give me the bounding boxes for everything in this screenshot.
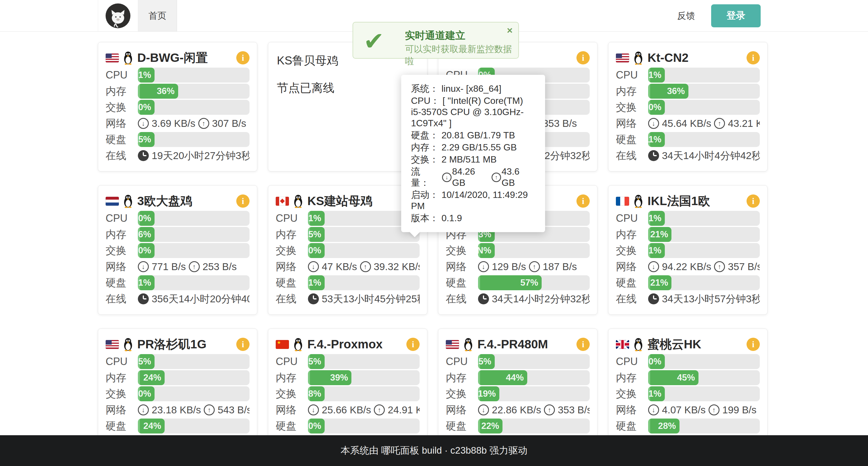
disk-label: 硬盘 [616,133,645,147]
download-speed: 47 KB/s [322,261,357,272]
disk-percent: 1% [308,277,321,288]
swap-label: 交换 [616,387,645,401]
nav-feedback-link[interactable]: 反馈 [677,10,695,22]
upload-arrow-icon: ↑ [709,404,719,415]
toast-title: 实时通道建立 [405,29,465,42]
memory-percent: 39% [330,372,348,383]
server-name: F.4.-Proxmox [307,337,382,351]
server-name: Kt-CN2 [648,51,688,65]
online-label: 在线 [105,292,134,306]
memory-percent: 24% [143,372,161,383]
download-speed: 45.64 KB/s [662,118,711,129]
swap-percent: 1% [648,389,661,399]
memory-percent: 45% [677,372,695,383]
download-speed: 22.86 KB/s [492,404,541,415]
disk-bar: 22% [478,419,590,433]
nav-tab-home[interactable]: 首页 [138,0,177,31]
disk-bar: 24% [138,419,250,433]
footer-text: 本系统由 哪吒面板 build · c23b88b 强力驱动 [340,444,527,457]
cpu-percent: 1% [138,70,151,80]
swap-label: 交换 [105,244,134,258]
country-flag-icon [446,340,459,349]
linux-os-icon [632,194,644,208]
swap-label: 交换 [276,244,305,258]
swap-bar: 1% [648,386,760,401]
memory-label: 内存 [276,228,305,242]
tooltip-version-label: 版本： [411,213,439,223]
disk-label: 硬盘 [105,133,134,147]
cpu-percent: 5% [138,357,151,367]
country-flag-icon [616,340,629,349]
memory-bar: 45% [648,370,760,385]
memory-percent: 44% [506,372,524,383]
info-icon[interactable]: i [236,338,250,351]
cpu-label: CPU [105,212,134,224]
upload-speed: 353 B/s [558,404,590,415]
tooltip-sys-value: linux- [x86_64] [441,84,501,94]
uptime-value: 356天14小时20分钟40秒 [152,292,250,306]
tooltip-mem-label: 内存： [411,142,439,153]
server-info-tooltip: 系统：linux- [x86_64] CPU：[ "Intel(R) Core(… [401,75,545,232]
download-arrow-icon: ↓ [138,404,149,415]
download-arrow-icon: ↓ [138,118,149,129]
upload-speed: 199 B/s [722,404,756,415]
info-icon[interactable]: i [577,51,590,64]
toast-notification: ✔ 实时通道建立 可以实时获取最新监控数据啦 × [352,22,519,59]
tooltip-boot-label: 启动： [411,190,439,200]
info-icon[interactable]: i [577,195,590,208]
info-icon[interactable]: i [747,338,760,351]
swap-percent: 0% [648,102,661,112]
country-flag-icon [105,54,119,62]
download-arrow-icon: ↓ [648,261,659,272]
disk-bar: 15% [138,132,250,147]
download-arrow-icon: ↓ [308,261,319,272]
cpu-bar: 1% [138,68,250,82]
network-label: 网络 [105,403,134,417]
online-label: 在线 [616,292,645,306]
online-label: 在线 [616,149,645,163]
disk-percent: 1% [138,277,151,288]
info-icon[interactable]: i [236,195,250,208]
info-icon[interactable]: i [406,338,420,351]
disk-bar: 57% [478,275,590,290]
linux-os-icon [632,51,644,65]
upload-speed: 39.32 KB/s [374,261,420,272]
site-logo[interactable] [98,0,138,31]
cpu-bar: 1% [648,68,760,82]
clock-icon [478,293,489,304]
memory-percent: 36% [157,86,175,96]
disk-percent: 28% [658,421,676,431]
online-label: 在线 [276,292,305,306]
upload-speed: 24.91 KB/s [388,404,420,415]
online-label: 在线 [105,149,134,163]
cpu-label: CPU [105,69,134,81]
cpu-percent: 1% [308,213,321,224]
server-card: 3欧大盘鸡 i CPU 0% 内存 6% 交换 0% 网络 ↓ 771 B/s … [98,185,257,315]
memory-label: 内存 [105,84,134,98]
cpu-bar: 1% [648,211,760,226]
toast-message: 可以实时获取最新监控数据啦 [405,43,518,67]
upload-arrow-icon: ↑ [714,261,725,272]
close-icon[interactable]: × [507,25,513,35]
tooltip-mem-value: 2.29 GB/15.55 GB [441,142,517,153]
info-icon[interactable]: i [236,51,250,64]
uptime-value: 34天14小时4分钟42秒 [662,149,760,163]
disk-label: 硬盘 [105,276,134,290]
memory-label: 内存 [276,371,305,385]
download-speed: 94.22 KB/s [662,261,711,272]
info-icon[interactable]: i [747,195,760,208]
linux-os-icon [122,194,134,208]
disk-bar: 10% [308,419,420,433]
cpu-percent: 0% [138,213,151,224]
info-icon[interactable]: i [577,338,590,351]
disk-percent: 21% [650,277,668,288]
swap-label: 交换 [446,387,474,401]
memory-percent: 36% [667,86,685,96]
disk-bar: 1% [138,275,250,290]
cpu-label: CPU [276,212,305,224]
swap-bar: 0% [308,243,420,258]
swap-bar: 0% [648,100,760,115]
login-button[interactable]: 登录 [711,4,761,27]
info-icon[interactable]: i [747,51,760,64]
upload-arrow-icon: ↑ [360,261,371,272]
